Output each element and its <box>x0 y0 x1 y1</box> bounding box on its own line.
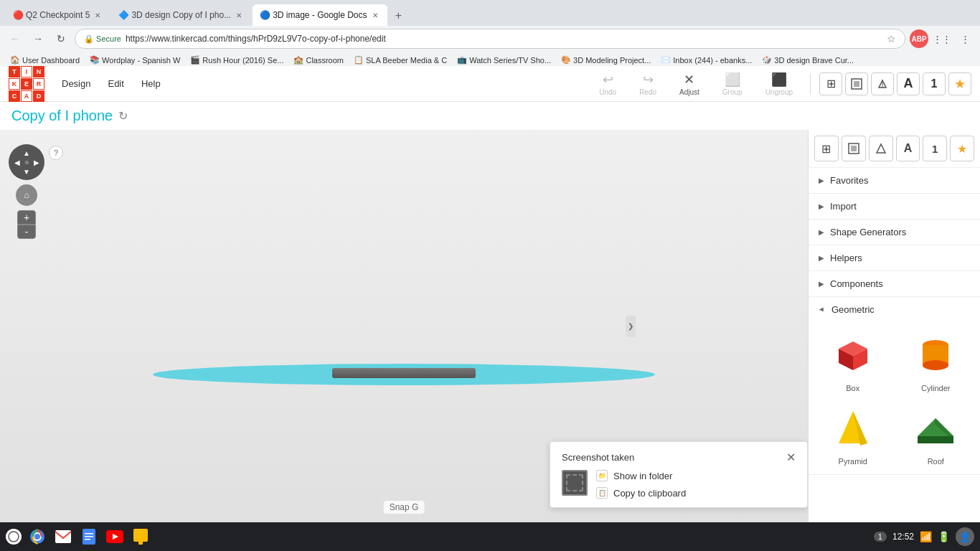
chrome-icon[interactable] <box>27 527 47 547</box>
svg-rect-1 <box>854 81 859 87</box>
panel-box-icon[interactable] <box>842 136 866 161</box>
canvas-area[interactable]: ▲ ◀ ⊕ ▶ ▼ ⌂ + - ? <box>0 130 808 522</box>
youtube-icon[interactable] <box>105 527 125 547</box>
section-geometric-header[interactable]: ▼ Geometric <box>809 297 980 322</box>
tab-title-q2: Q2 Checkpoint 5 <box>26 10 90 20</box>
helpers-title: Helpers <box>830 253 862 263</box>
bookmark-icon-watch: 📺 <box>457 55 467 65</box>
tab-google-docs[interactable]: 🔵 3D image - Google Docs ✕ <box>253 4 387 26</box>
tab-icon-docs: 🔵 <box>260 10 270 20</box>
keep-icon[interactable] <box>131 527 151 547</box>
svg-rect-26 <box>85 539 90 540</box>
logo-cell-d: D <box>33 90 44 102</box>
logo-cell-t: T <box>9 66 20 77</box>
bookmark-icon-3d: 🎨 <box>561 55 571 65</box>
tab-title-docs: 3D image - Google Docs <box>273 10 367 20</box>
bookmark-watch-series[interactable]: 📺 Watch Series/TV Sho... <box>453 53 555 67</box>
tab-title-tinkercad: 3D design Copy of I pho... <box>131 10 231 20</box>
ungroup-button[interactable]: ⬛ Ungroup <box>757 69 801 99</box>
panel-number-icon[interactable]: 1 <box>923 136 947 161</box>
bookmark-wordplay[interactable]: 📚 Wordplay - Spanish W <box>85 53 184 67</box>
undo-button[interactable]: ↩ Undo <box>590 69 625 99</box>
taskbar-time: 12:52 <box>892 532 914 542</box>
copy-to-clipboard-action[interactable]: 📋 Copy to clipboard <box>596 487 686 499</box>
favorites-title: Favorites <box>830 175 868 186</box>
tinkercad-logo[interactable]: T I N K E R C A D <box>9 66 44 102</box>
box-label: Box <box>846 384 859 392</box>
tab-close-tinkercad[interactable]: ✕ <box>234 10 244 20</box>
box-view-icon[interactable] <box>845 72 868 95</box>
star-icon[interactable]: ★ <box>948 72 971 95</box>
section-components-header[interactable]: ▶ Components <box>809 271 980 296</box>
shapes-grid: Box Cylinder <box>809 322 980 474</box>
show-in-folder-action[interactable]: 📁 Show in folder <box>596 470 686 481</box>
screenshot-content: 📁 Show in folder 📋 Copy to clipboard <box>562 470 796 499</box>
abp-icon[interactable]: ABP <box>910 29 928 48</box>
group-button[interactable]: ⬜ Group <box>714 69 751 99</box>
user-avatar[interactable]: 👤 <box>956 527 974 546</box>
undo-icon: ↩ <box>603 72 613 88</box>
forward-button[interactable]: → <box>29 29 47 48</box>
grid-view-icon[interactable]: ⊞ <box>819 72 842 95</box>
text-view-icon[interactable]: A <box>897 72 920 95</box>
extensions-icon[interactable]: ⋮⋮ <box>933 29 951 48</box>
tab-q2-checkpoint[interactable]: 🔴 Q2 Checkpoint 5 ✕ <box>6 4 110 26</box>
section-import: ▶ Import <box>809 194 980 220</box>
project-refresh-icon[interactable]: ↻ <box>118 109 128 123</box>
section-favorites-header[interactable]: ▶ Favorites <box>809 168 980 193</box>
ungroup-label: Ungroup <box>765 88 793 96</box>
shape-gen-arrow-icon: ▶ <box>819 228 824 236</box>
bookmark-sla[interactable]: 📋 SLA Beeber Media & C <box>349 53 451 67</box>
bookmark-rush-hour[interactable]: 🎬 Rush Hour (2016) Se... <box>186 53 288 67</box>
number-view-icon[interactable]: 1 <box>923 72 946 95</box>
folder-icon: 📁 <box>596 470 608 481</box>
panel-star-icon[interactable]: ★ <box>950 136 974 161</box>
redo-button[interactable]: ↪ Redo <box>631 69 665 99</box>
panel-collapse-button[interactable]: ❯ <box>626 316 636 337</box>
menu-edit[interactable]: Edit <box>99 74 132 93</box>
section-helpers-header[interactable]: ▶ Helpers <box>809 245 980 270</box>
tab-close-q2[interactable]: ✕ <box>93 10 103 20</box>
search-launcher-icon[interactable] <box>6 529 22 545</box>
panel-text-icon[interactable]: A <box>896 136 920 161</box>
docs-icon[interactable] <box>79 527 99 547</box>
refresh-button[interactable]: ↻ <box>52 29 70 48</box>
section-import-header[interactable]: ▶ Import <box>809 194 980 219</box>
tab-tinkercad[interactable]: 🔷 3D design Copy of I pho... ✕ <box>111 4 251 26</box>
panel-grid-icon[interactable]: ⊞ <box>814 136 839 161</box>
bookmark-classroom[interactable]: 🏫 Classroom <box>289 53 348 67</box>
shape-roof[interactable]: Roof <box>897 401 975 468</box>
shape-box[interactable]: Box <box>814 328 892 395</box>
tab-close-docs[interactable]: ✕ <box>370 10 380 20</box>
shape-cylinder[interactable]: Cylinder <box>897 328 975 395</box>
cylinder-label: Cylinder <box>921 384 950 392</box>
section-shape-generators-header[interactable]: ▶ Shape Generators <box>809 220 980 245</box>
back-button[interactable]: ← <box>6 29 24 48</box>
adjust-label: Adjust <box>679 88 699 96</box>
shape-pyramid[interactable]: Pyramid <box>814 401 892 468</box>
svg-rect-22 <box>55 530 71 543</box>
bookmark-icon-sla: 📋 <box>354 55 364 65</box>
screenshot-close-button[interactable]: ✕ <box>786 451 796 464</box>
menu-help[interactable]: Help <box>133 74 169 93</box>
undo-label: Undo <box>599 88 616 96</box>
taskbar: 1 12:52 📶 🔋 👤 <box>0 522 980 551</box>
perspective-view-icon[interactable] <box>871 72 894 95</box>
screenshot-actions: 📁 Show in folder 📋 Copy to clipboard <box>596 470 686 499</box>
bookmark-3d-modeling[interactable]: 🎨 3D Modeling Project... <box>557 53 655 67</box>
menu-design[interactable]: Design <box>53 74 99 93</box>
svg-rect-17 <box>918 436 953 443</box>
logo-cell-a: A <box>21 90 32 102</box>
screenshot-header: Screenshot taken ✕ <box>562 451 796 464</box>
bookmark-user-dashboard[interactable]: 🏠 User Dashboard <box>6 53 84 67</box>
adjust-button[interactable]: ✕ Adjust <box>671 69 708 99</box>
bookmark-star[interactable]: ☆ <box>887 33 896 44</box>
bookmark-3d-design[interactable]: 🎲 3D design Brave Cur... <box>758 53 858 67</box>
bookmark-inbox[interactable]: ✉️ Inbox (244) - ebanks... <box>656 53 756 67</box>
new-tab-button[interactable]: + <box>389 6 409 26</box>
wifi-icon: 📶 <box>920 531 932 542</box>
url-bar[interactable]: 🔒 Secure https://www.tinkercad.com/thing… <box>75 29 905 49</box>
gmail-icon[interactable] <box>53 527 73 547</box>
panel-perspective-icon[interactable] <box>869 136 893 161</box>
menu-icon[interactable]: ⋮ <box>956 29 974 48</box>
